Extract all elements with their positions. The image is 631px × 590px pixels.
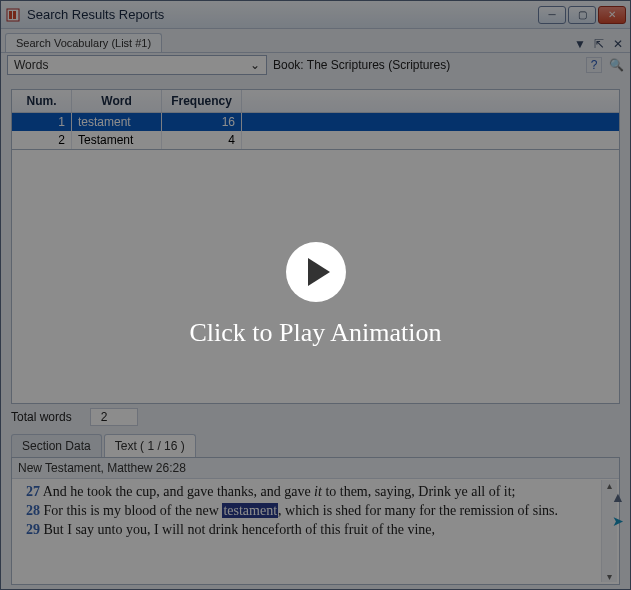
table-empty-area (11, 150, 620, 404)
nav-up-icon[interactable]: ▲ (609, 488, 627, 506)
table-row[interactable]: 1 testament 16 (12, 113, 619, 131)
total-row: Total words 2 (11, 404, 620, 430)
tab-close-icon[interactable]: ✕ (610, 36, 626, 52)
tab-search-vocabulary[interactable]: Search Vocabulary (List #1) (5, 33, 162, 52)
svg-rect-2 (13, 11, 16, 19)
th-freq[interactable]: Frequency (162, 90, 242, 112)
book-label: Book: The Scriptures (Scriptures) (273, 58, 450, 72)
help-icon[interactable]: ? (586, 57, 602, 73)
words-dropdown[interactable]: Words ⌄ (7, 55, 267, 75)
highlighted-term: testament (222, 503, 278, 518)
total-label: Total words (11, 410, 72, 424)
app-icon (5, 7, 21, 23)
th-word[interactable]: Word (72, 90, 162, 112)
preview-heading: New Testament, Matthew 26:28 (12, 458, 619, 479)
pin-icon[interactable]: ⇱ (591, 36, 607, 52)
total-value: 2 (90, 408, 139, 426)
scroll-down-icon[interactable]: ▾ (607, 571, 612, 582)
app-window: Search Results Reports ─ ▢ ✕ Search Voca… (0, 0, 631, 590)
bottom-tab-strip: Section Data Text ( 1 / 16 ) (11, 434, 620, 457)
tab-section-data[interactable]: Section Data (11, 434, 102, 457)
titlebar[interactable]: Search Results Reports ─ ▢ ✕ (1, 1, 630, 29)
maximize-button[interactable]: ▢ (568, 6, 596, 24)
toolbar: Words ⌄ Book: The Scriptures (Scriptures… (1, 53, 630, 77)
preview-body[interactable]: 27 And he took the cup, and gave thanks,… (12, 479, 619, 584)
cursor-icon[interactable]: ➤ (609, 512, 627, 530)
search-icon[interactable]: 🔍 (608, 57, 624, 73)
th-num[interactable]: Num. (12, 90, 72, 112)
window-title: Search Results Reports (27, 7, 538, 22)
table-header: Num. Word Frequency (12, 90, 619, 113)
results-table: Num. Word Frequency 1 testament 16 2 Tes… (11, 89, 620, 150)
main-area: Num. Word Frequency 1 testament 16 2 Tes… (1, 77, 630, 589)
verse-number: 28 (26, 503, 40, 518)
svg-rect-1 (9, 11, 12, 19)
tab-text[interactable]: Text ( 1 / 16 ) (104, 434, 196, 457)
dropdown-icon[interactable]: ▼ (572, 36, 588, 52)
chevron-down-icon: ⌄ (250, 58, 260, 72)
tab-strip: Search Vocabulary (List #1) ▼ ⇱ ✕ (1, 29, 630, 53)
verse-number: 29 (26, 522, 40, 537)
close-button[interactable]: ✕ (598, 6, 626, 24)
verse-number: 27 (26, 484, 40, 499)
dropdown-label: Words (14, 58, 48, 72)
table-row[interactable]: 2 Testament 4 (12, 131, 619, 149)
text-preview: New Testament, Matthew 26:28 27 And he t… (11, 457, 620, 585)
minimize-button[interactable]: ─ (538, 6, 566, 24)
